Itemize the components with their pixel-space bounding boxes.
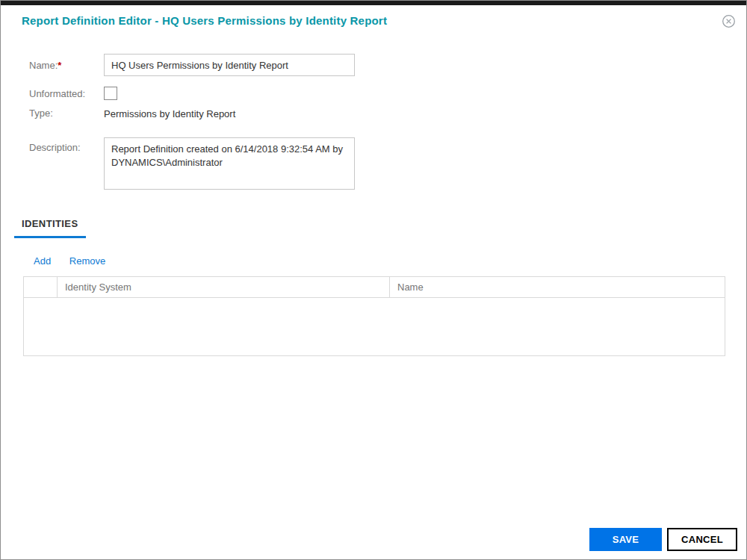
tab-identities[interactable]: IDENTITIES [14, 214, 86, 238]
dialog-header: Report Definition Editor - HQ Users Perm… [1, 1, 746, 27]
cancel-button[interactable]: CANCEL [667, 528, 737, 551]
unformatted-checkbox[interactable] [104, 87, 117, 100]
identities-table-body [23, 298, 725, 356]
name-column-header: Name [390, 277, 725, 297]
report-definition-form: Name:* Unformatted: Type: Permissions by… [29, 54, 746, 190]
name-input[interactable] [104, 54, 355, 76]
dialog-footer: SAVE CANCEL [589, 528, 737, 551]
unformatted-row: Unformatted: [29, 87, 746, 100]
description-label: Description: [29, 137, 104, 153]
remove-link[interactable]: Remove [69, 255, 105, 267]
type-value: Permissions by Identity Report [104, 108, 235, 119]
description-row: Description: Report Definition created o… [29, 137, 746, 190]
close-icon[interactable] [722, 15, 735, 28]
dialog-title: Report Definition Editor - HQ Users Perm… [22, 14, 725, 27]
name-label: Name:* [29, 54, 104, 71]
type-label: Type: [29, 108, 104, 119]
report-definition-editor-dialog: Report Definition Editor - HQ Users Perm… [0, 0, 747, 560]
save-button[interactable]: SAVE [589, 528, 662, 551]
type-row: Type: Permissions by Identity Report [29, 108, 746, 119]
tab-bar: IDENTITIES [14, 214, 746, 238]
identities-table-header: Identity System Name [23, 276, 725, 298]
required-asterisk: * [58, 60, 61, 71]
select-column-header [24, 277, 58, 297]
unformatted-label: Unformatted: [29, 87, 104, 99]
description-textarea[interactable]: Report Definition created on 6/14/2018 9… [104, 137, 355, 190]
identities-table: Identity System Name [23, 276, 725, 356]
identity-system-column-header: Identity System [58, 277, 390, 297]
add-link[interactable]: Add [34, 255, 51, 267]
name-row: Name:* [29, 54, 746, 76]
identities-actions: Add Remove [34, 255, 746, 267]
